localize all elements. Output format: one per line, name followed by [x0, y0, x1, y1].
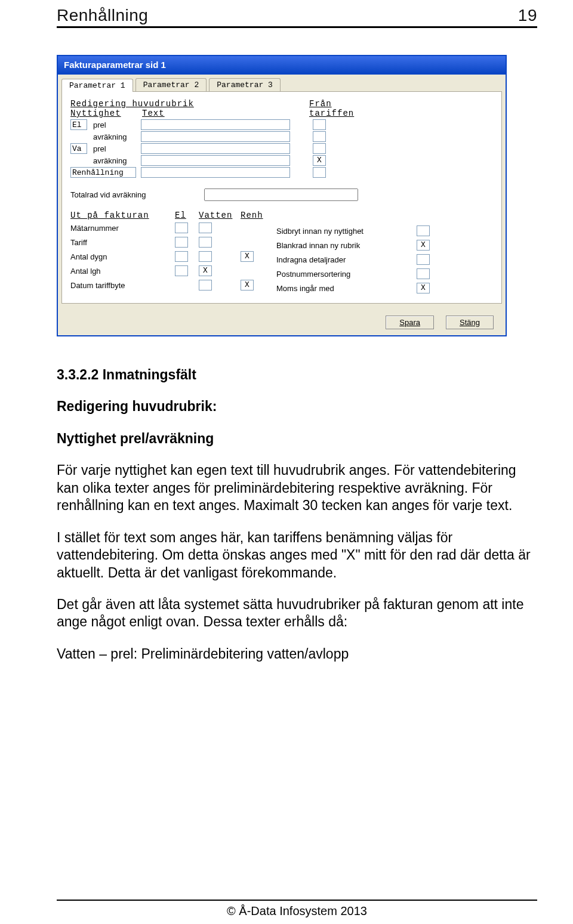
footer-rule	[57, 900, 537, 901]
col-nyttighet: Nyttighet	[70, 109, 142, 118]
label-el-avr: avräkning	[93, 132, 141, 141]
col-text: Text	[142, 109, 309, 118]
tariff-vatten[interactable]	[199, 237, 212, 248]
row-moms: Moms ingår med	[276, 284, 417, 293]
fran-va-avr-check[interactable]: X	[313, 155, 326, 166]
col-renh: Renh	[241, 211, 270, 220]
save-button[interactable]: Spara	[386, 316, 434, 329]
window-title: Fakturaparametrar sid 1	[64, 60, 166, 70]
label-va-avr: avräkning	[93, 156, 141, 165]
footer: © Å-Data Infosystem 2013	[57, 900, 537, 918]
col-utpa: Ut på fakturan	[70, 211, 175, 220]
window-titlebar: Fakturaparametrar sid 1	[58, 56, 506, 75]
nyttighet-renh-input[interactable]	[70, 167, 136, 178]
col-vatten: Vatten	[199, 211, 241, 220]
paragraph-2: I stället för text som anges här, kan ta…	[57, 529, 537, 582]
row-tariff: Tariff	[70, 238, 175, 247]
subheading-nyttighet: Nyttighet prel/avräkning	[57, 430, 537, 447]
moms-check[interactable]: X	[417, 283, 430, 293]
nyttighet-el-input[interactable]	[70, 119, 87, 130]
fran-el-avr-check[interactable]	[313, 131, 326, 142]
totalrad-input[interactable]	[204, 188, 358, 201]
antal-dygn-el[interactable]	[175, 251, 188, 262]
section-number: 3.3.2.2 Inmatningsfält	[57, 366, 537, 384]
matarnummer-vatten[interactable]	[199, 222, 212, 233]
text-va-prel-input[interactable]	[141, 143, 290, 154]
nyttighet-va-input[interactable]	[70, 143, 87, 154]
antal-lgh-vatten[interactable]: X	[199, 265, 212, 276]
blankrad-check[interactable]: X	[417, 240, 430, 251]
row-antal-lgh: Antal lgh	[70, 267, 175, 276]
label-el-prel: prel	[93, 120, 141, 129]
fran-va-prel-check[interactable]	[313, 143, 326, 154]
paragraph-1: För varje nyttighet kan egen text till h…	[57, 462, 537, 514]
tab-parametrar-3[interactable]: Parametrar 3	[209, 78, 281, 91]
datum-tariffbyte-vatten[interactable]	[199, 280, 212, 291]
row-datum-tariffbyte: Datum tariffbyte	[70, 281, 175, 290]
text-el-avr-input[interactable]	[141, 131, 290, 142]
datum-tariffbyte-renh[interactable]: X	[241, 280, 254, 291]
row-antal-dygn: Antal dygn	[70, 252, 175, 261]
subheading-redigering: Redigering huvudrubrik:	[57, 398, 537, 415]
text-renh-input[interactable]	[141, 167, 290, 178]
text-el-prel-input[interactable]	[141, 119, 290, 130]
paragraph-4: Vatten – prel: Preliminärdebitering vatt…	[57, 645, 537, 663]
antal-dygn-renh[interactable]: X	[241, 251, 254, 262]
tab-panel: Redigering huvudrubrik Från Nyttighet Te…	[61, 91, 502, 304]
fran-el-prel-check[interactable]	[313, 119, 326, 130]
document-body: 3.3.2.2 Inmatningsfält Redigering huvudr…	[57, 366, 537, 663]
text-va-avr-input[interactable]	[141, 155, 290, 166]
totalrad-label: Totalrad vid avräkning	[70, 190, 204, 199]
antal-lgh-el[interactable]	[175, 265, 188, 276]
label-va-prel: prel	[93, 144, 141, 153]
paragraph-3: Det går även att låta systemet sätta huv…	[57, 596, 537, 631]
row-indragna: Indragna detaljrader	[276, 255, 417, 264]
matarnummer-el[interactable]	[175, 222, 188, 233]
row-matarnummer: Mätarnummer	[70, 224, 175, 233]
dialog-window: Fakturaparametrar sid 1 Parametrar 1 Par…	[57, 55, 507, 336]
row-blankrad: Blankrad innan ny rubrik	[276, 241, 417, 250]
antal-dygn-vatten[interactable]	[199, 251, 212, 262]
row-postnummer: Postnummersortering	[276, 270, 417, 279]
row-sidbryt: Sidbryt innan ny nyttighet	[276, 227, 417, 236]
col-tariffen: tariffen	[309, 109, 369, 118]
tab-parametrar-2[interactable]: Parametrar 2	[135, 78, 207, 91]
tab-strip: Parametrar 1 Parametrar 2 Parametrar 3	[58, 75, 506, 91]
top-rule	[57, 26, 537, 28]
close-button[interactable]: Stäng	[446, 316, 494, 329]
fran-renh-check[interactable]	[313, 167, 326, 178]
section-title: Redigering huvudrubrik	[70, 99, 309, 109]
postnummer-check[interactable]	[417, 268, 430, 279]
page-number: 19	[518, 6, 537, 25]
tab-parametrar-1[interactable]: Parametrar 1	[61, 79, 133, 92]
page-title: Renhållning	[57, 6, 148, 25]
indragna-check[interactable]	[417, 254, 430, 265]
col-fran-heading: Från	[309, 99, 332, 109]
col-el: El	[175, 211, 199, 220]
copyright: © Å-Data Infosystem 2013	[227, 904, 367, 917]
sidbryt-check[interactable]	[417, 225, 430, 236]
tariff-el[interactable]	[175, 237, 188, 248]
